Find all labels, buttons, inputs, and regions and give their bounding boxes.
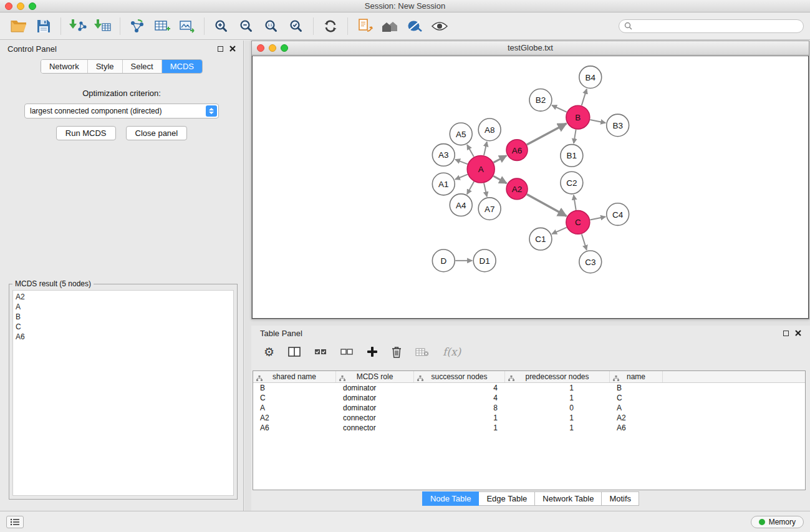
cell[interactable]: B (253, 383, 336, 393)
cell[interactable]: C (253, 393, 336, 403)
table-row[interactable]: Adominator80A (253, 403, 805, 413)
table-settings-button[interactable]: ⚙ (264, 346, 274, 358)
save-session-button[interactable] (31, 16, 56, 37)
table-row[interactable]: Cdominator41C (253, 393, 805, 403)
zoom-network-button[interactable] (281, 44, 288, 52)
cell[interactable]: connector (336, 423, 414, 433)
graph-node-C[interactable]: C (566, 211, 590, 235)
cell[interactable]: connector (336, 413, 414, 423)
cell[interactable]: A2 (253, 413, 336, 423)
cell[interactable]: C (610, 393, 663, 403)
panel-toggle-button[interactable] (6, 516, 24, 528)
graph-node-A6[interactable]: A6 (506, 140, 528, 161)
float-panel-icon[interactable] (218, 46, 223, 52)
new-network-button[interactable] (125, 16, 150, 37)
cell[interactable]: A6 (253, 423, 336, 433)
result-item[interactable]: A2 (16, 292, 231, 302)
cell[interactable]: dominator (336, 383, 414, 393)
graph-edge-B-B3[interactable] (590, 120, 605, 123)
tab-motifs[interactable]: Motifs (602, 491, 639, 506)
tab-node-table[interactable]: Node Table (422, 491, 480, 506)
graph-node-B2[interactable]: B2 (529, 89, 552, 112)
minimize-window-button[interactable] (17, 2, 24, 10)
zoom-fit-button[interactable]: 1:1 (259, 16, 284, 37)
column-header-predecessor-nodes[interactable]: predecessor nodes (505, 371, 610, 382)
annotations-button[interactable] (402, 16, 427, 37)
graph-node-B[interactable]: B (566, 105, 590, 129)
graph-node-C3[interactable]: C3 (579, 251, 602, 273)
graph-node-A2[interactable]: A2 (506, 178, 528, 200)
float-table-panel-icon[interactable] (783, 331, 789, 336)
cell[interactable]: 0 (505, 403, 610, 413)
cell[interactable]: 1 (414, 413, 505, 423)
graph-edge-A-A2[interactable] (493, 176, 506, 183)
graph-edge-A-A1[interactable] (455, 175, 468, 180)
graph-edge-A-A3[interactable] (455, 160, 468, 165)
graph-edge-A6-B[interactable] (527, 123, 567, 145)
tab-select[interactable]: Select (123, 60, 162, 73)
delete-table-button[interactable] (415, 347, 429, 357)
close-window-button[interactable] (5, 2, 12, 10)
import-network-button[interactable] (65, 16, 90, 37)
cell[interactable]: 4 (414, 383, 505, 393)
close-table-panel-icon[interactable] (795, 330, 801, 336)
show-graphics-button[interactable] (427, 16, 452, 37)
close-panel-icon[interactable] (229, 46, 236, 52)
graph-node-A[interactable]: A (467, 155, 494, 183)
result-item[interactable]: C (16, 322, 231, 332)
cell[interactable]: A2 (610, 413, 663, 423)
graph-edge-A-A5[interactable] (467, 145, 474, 157)
select-all-columns-button[interactable] (314, 348, 327, 355)
graph-edge-A-A4[interactable] (467, 181, 474, 194)
cell[interactable]: A (253, 403, 336, 413)
cell[interactable]: A6 (610, 423, 663, 433)
search-box[interactable] (619, 19, 804, 33)
graph-node-A1[interactable]: A1 (432, 173, 455, 195)
graph-node-C4[interactable]: C4 (607, 203, 629, 226)
zoom-out-button[interactable] (234, 16, 259, 37)
cell[interactable]: 1 (505, 413, 610, 423)
graph-edge-B-B2[interactable] (552, 105, 567, 112)
table-row[interactable]: Bdominator41B (253, 383, 805, 393)
column-header-name[interactable]: name (610, 371, 663, 382)
home-button[interactable] (377, 16, 402, 37)
cell[interactable]: 1 (505, 423, 610, 433)
new-table-button[interactable] (150, 16, 175, 37)
tab-network-table[interactable]: Network Table (535, 491, 602, 506)
graph-node-A3[interactable]: A3 (432, 144, 455, 167)
open-document-button[interactable] (352, 16, 377, 37)
tab-mcds[interactable]: MCDS (162, 60, 202, 73)
graph-node-B1[interactable]: B1 (561, 145, 583, 167)
zoom-window-button[interactable] (29, 2, 36, 10)
tab-style[interactable]: Style (88, 60, 123, 73)
graph-edge-C-C2[interactable] (574, 195, 576, 210)
graph-node-C2[interactable]: C2 (561, 172, 583, 194)
function-builder-button[interactable]: f(x) (443, 346, 461, 358)
table-row[interactable]: A2connector11A2 (253, 413, 805, 423)
search-input[interactable] (635, 22, 798, 31)
graph-edge-C-C3[interactable] (582, 234, 587, 250)
table-row[interactable]: A6connector11A6 (253, 423, 805, 433)
result-item[interactable]: A (16, 302, 231, 312)
refresh-button[interactable] (318, 16, 343, 37)
column-header-successor-nodes[interactable]: successor nodes (414, 371, 505, 382)
minimize-network-button[interactable] (269, 44, 276, 52)
graph-node-A7[interactable]: A7 (478, 198, 501, 220)
run-mcds-button[interactable]: Run MCDS (56, 126, 116, 140)
result-item[interactable]: B (16, 312, 231, 322)
export-image-button[interactable] (175, 16, 200, 37)
graph-edge-A-A7[interactable] (484, 183, 487, 197)
graph-edge-C-C4[interactable] (590, 217, 605, 220)
cell[interactable]: 1 (414, 423, 505, 433)
cell[interactable]: dominator (336, 403, 414, 413)
graph-node-D1[interactable]: D1 (473, 249, 496, 272)
network-canvas[interactable]: B4B2BB3A5A8A6A3B1AA1C2A2A4A7C4CC1C3DD1 (252, 56, 809, 319)
zoom-selected-button[interactable] (284, 16, 309, 37)
graph-edge-B-B1[interactable] (574, 130, 576, 143)
open-session-button[interactable] (6, 16, 31, 37)
show-columns-button[interactable] (288, 347, 301, 357)
close-panel-button[interactable]: Close panel (126, 126, 188, 140)
unselect-all-columns-button[interactable] (340, 348, 353, 355)
graph-edge-C-C1[interactable] (552, 228, 567, 234)
cell[interactable]: B (610, 383, 663, 393)
